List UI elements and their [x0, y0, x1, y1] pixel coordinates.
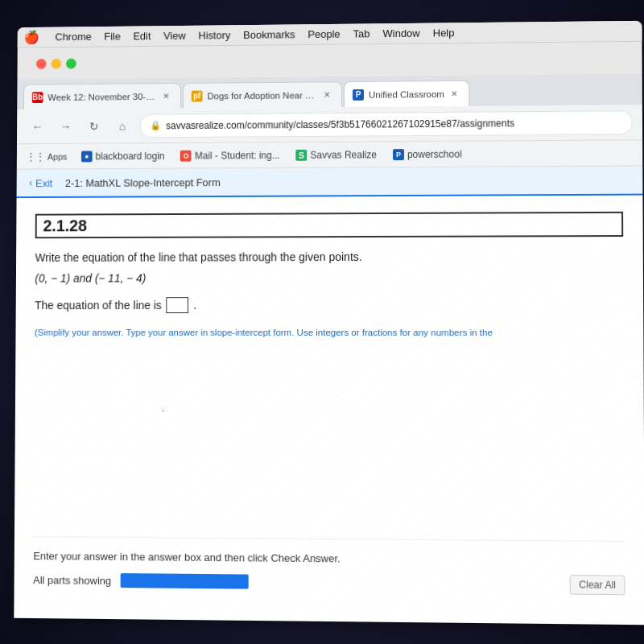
menu-bookmarks[interactable]: Bookmarks [243, 28, 295, 40]
home-button[interactable]: ⌂ [111, 114, 134, 137]
equation-prefix: The equation of the line is [35, 299, 162, 312]
content-spacer [34, 353, 625, 541]
address-bar[interactable]: 🔒 savvasrealize.com/community/classes/5f… [140, 110, 633, 138]
menu-help[interactable]: Help [433, 27, 455, 39]
tab3-close[interactable]: ✕ [448, 87, 460, 100]
lock-icon: 🔒 [150, 120, 161, 130]
menu-people[interactable]: People [308, 28, 340, 40]
clear-all-button[interactable]: Clear All [570, 575, 625, 595]
maximize-window-button[interactable] [66, 58, 76, 68]
tab2-close[interactable]: ✕ [320, 89, 333, 101]
mail-label: Mail - Student: ing... [195, 150, 280, 162]
progress-bar [121, 573, 249, 589]
back-button[interactable]: ← [27, 115, 48, 138]
savvas-label: Savvas Realize [310, 149, 377, 160]
back-chevron-icon: ‹ [29, 177, 32, 188]
all-parts-row: All parts showing Clear All [33, 570, 625, 595]
address-bar-row: ← → ↻ ⌂ 🔒 savvasrealize.com/community/cl… [17, 105, 642, 144]
tab-dogs[interactable]: pf Dogs for Adoption Near 4806... ✕ [183, 81, 342, 108]
forward-button[interactable]: → [55, 115, 77, 138]
tab1-favicon: Bb [32, 92, 43, 103]
chrome-browser: Bb Week 12: November 30-Dece... ✕ pf Dog… [14, 42, 644, 625]
blackboard-label: blackboard login [96, 150, 165, 161]
mail-favicon: O [180, 150, 192, 161]
enter-answer-instruction: Enter your answer in the answer box and … [33, 550, 625, 567]
answer-input-box[interactable] [167, 297, 189, 313]
menu-chrome[interactable]: Chrome [55, 31, 91, 43]
blackboard-favicon: ● [81, 151, 93, 162]
exit-bar: ‹ Exit 2-1: MathXL Slope-Intercept Form [17, 166, 643, 198]
exit-label: Exit [35, 177, 52, 189]
math-content-area: 2.1.28 Write the equation of the line th… [14, 196, 644, 625]
powerschool-label: powerschool [407, 148, 462, 159]
menu-view[interactable]: View [163, 30, 186, 42]
tab2-favicon: pf [192, 90, 203, 101]
given-points: (0, − 1) and (− 11, − 4) [35, 270, 623, 284]
tab3-title: Unified Classroom [369, 89, 444, 100]
tab2-title: Dogs for Adoption Near 4806... [207, 90, 317, 101]
close-window-button[interactable] [36, 58, 47, 68]
menu-file[interactable]: File [104, 31, 121, 43]
savvas-favicon: S [295, 149, 307, 160]
minimize-window-button[interactable] [51, 58, 61, 68]
breadcrumb: 2-1: MathXL Slope-Intercept Form [65, 176, 221, 189]
exit-button[interactable]: ‹ Exit [29, 177, 52, 189]
bookmark-savvas[interactable]: S Savvas Realize [290, 147, 383, 163]
menu-window[interactable]: Window [382, 27, 419, 39]
equation-row: The equation of the line is . [35, 297, 624, 313]
bookmark-powerschool[interactable]: P powerschool [386, 147, 469, 162]
reload-button[interactable]: ↻ [83, 115, 105, 138]
menu-history[interactable]: History [198, 29, 230, 41]
tab-bar: Bb Week 12: November 30-Dece... ✕ pf Dog… [17, 74, 642, 109]
tab1-title: Week 12: November 30-Dece... [47, 92, 156, 102]
period: . [193, 299, 196, 312]
traffic-lights [27, 52, 85, 75]
apple-menu[interactable]: 🍎 [24, 30, 40, 45]
simplify-note: (Simplify your answer. Type your answer … [35, 326, 624, 341]
problem-instruction: Write the equation of the line that pass… [35, 250, 623, 264]
menu-edit[interactable]: Edit [133, 30, 151, 42]
powerschool-favicon: P [393, 149, 404, 160]
bookmark-blackboard[interactable]: ● blackboard login [75, 148, 171, 163]
bookmarks-bar: ⋮⋮ Apps ● blackboard login O Mail - Stud… [17, 140, 642, 169]
tab-unified-classroom[interactable]: P Unified Classroom ✕ [344, 80, 469, 107]
bottom-section: Enter your answer in the answer box and … [33, 536, 625, 608]
tab-strip: Bb Week 12: November 30-Dece... ✕ pf Dog… [17, 74, 642, 109]
menu-tab[interactable]: Tab [353, 27, 370, 39]
page-content: ‹ Exit 2-1: MathXL Slope-Intercept Form … [14, 166, 644, 625]
url-text: savvasrealize.com/community/classes/5f3b… [166, 118, 514, 131]
bookmark-mail[interactable]: O Mail - Student: ing... [174, 148, 286, 163]
tab3-favicon: P [353, 89, 364, 100]
problem-number: 2.1.28 [35, 212, 624, 238]
apps-grid-icon[interactable]: ⋮⋮ Apps [27, 151, 68, 162]
tab-week12[interactable]: Bb Week 12: November 30-Dece... ✕ [23, 83, 181, 109]
window-top-bar [17, 42, 642, 80]
browser-window: 🍎 Chrome File Edit View History Bookmark… [14, 21, 644, 625]
all-parts-label: All parts showing [33, 574, 111, 587]
tab1-close[interactable]: ✕ [159, 89, 172, 102]
